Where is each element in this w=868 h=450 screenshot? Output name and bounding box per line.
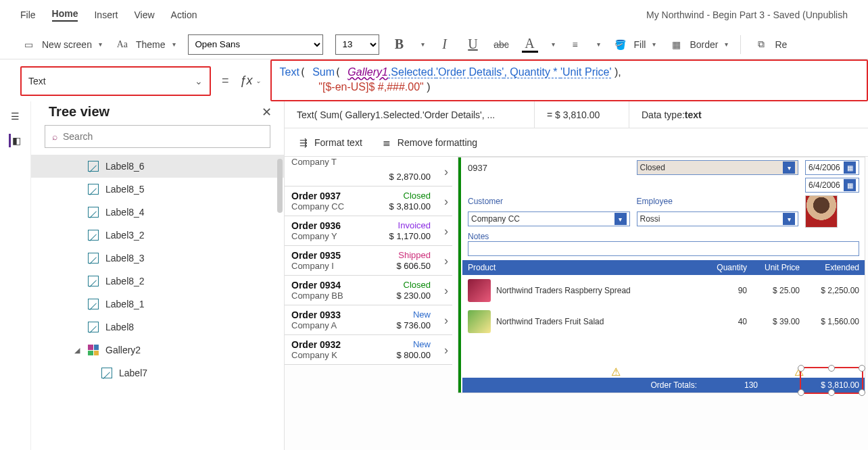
result-expression: Text( Sum( Gallery1.Selected.'Order Deta… xyxy=(285,101,535,128)
tree-item-gallery[interactable]: ◢Gallery2 xyxy=(31,339,284,361)
tree-list: Label8_6 Label8_5 Label8_4 Label3_2 Labe… xyxy=(31,155,284,450)
theme-button[interactable]: Aa Theme ▾ xyxy=(114,36,176,53)
format-label: Format text xyxy=(314,137,362,148)
close-icon[interactable]: ✕ xyxy=(262,105,272,120)
tree-item[interactable]: Label7 xyxy=(31,361,284,384)
order-status: Closed xyxy=(404,191,431,201)
chevron-down-icon: ▾ xyxy=(421,41,425,48)
order-row[interactable]: Order 0932 New Company K $ 800.00 › xyxy=(285,335,452,365)
customer-dropdown[interactable]: Company CC▾ xyxy=(468,211,630,226)
font-color-button[interactable]: A xyxy=(522,36,538,53)
product-price: $ 39.00 xyxy=(752,317,800,326)
menu-insert[interactable]: Insert xyxy=(94,9,118,20)
order-status: Shipped xyxy=(398,250,431,260)
remove-formatting-button[interactable]: ≣Remove formatting xyxy=(383,137,477,148)
form-accent-bar xyxy=(458,157,461,393)
search-input[interactable] xyxy=(63,131,263,142)
formula-format-bar: ⇶Format text ≣Remove formatting xyxy=(285,128,868,157)
order-status: New xyxy=(413,309,431,320)
tree-item[interactable]: Label8_5 xyxy=(31,178,284,201)
col-unit-price: Unit Price xyxy=(752,263,800,272)
order-row[interactable]: Order 0935 Shipped Company I $ 606.50 › xyxy=(285,246,452,276)
date-picker[interactable]: 6/4/2006▦ xyxy=(805,160,859,175)
underline-button[interactable]: U xyxy=(465,36,481,53)
reorder-icon: ⧉ xyxy=(753,36,769,53)
date-picker[interactable]: 6/4/2006▦ xyxy=(805,178,859,193)
tree-item-label: Label8_1 xyxy=(105,299,145,309)
chevron-down-icon: ⌄ xyxy=(195,76,203,86)
hamburger-icon[interactable]: ☰ xyxy=(11,111,20,122)
tree-item[interactable]: Label8 xyxy=(31,316,284,339)
border-button[interactable]: ▦ Border ▾ xyxy=(668,36,728,53)
menu-view[interactable]: View xyxy=(134,9,154,20)
tree-view-pane: Tree view ✕ ⌕ Label8_6 Label8_5 Label8_4… xyxy=(31,101,285,450)
totals-row: Order Totals: 130 $ 3,810.00 xyxy=(462,378,865,393)
new-screen-button[interactable]: ▭ New screen ▾ xyxy=(20,36,102,53)
order-row[interactable]: Order 0937 Closed Company CC $ 3,810.00 … xyxy=(285,186,452,216)
tree-item-label: Label8_4 xyxy=(105,207,145,218)
font-size-select[interactable]: 13 xyxy=(335,34,379,55)
fill-button[interactable]: 🪣 Fill ▾ xyxy=(612,36,656,53)
tree-item[interactable]: Label8_4 xyxy=(31,201,284,224)
notes-input[interactable] xyxy=(468,241,859,256)
product-extended: $ 2,250.00 xyxy=(805,286,859,295)
menu-file[interactable]: File xyxy=(20,9,36,20)
chevron-down-icon: ▾ xyxy=(597,41,600,48)
tree-item-label: Label8_2 xyxy=(105,276,145,286)
order-gallery[interactable]: ⚠ Company T $ 2,870.00 › Order 0937 Clos… xyxy=(285,157,452,365)
canvas-area: Text( Sum( Gallery1.Selected.'Order Deta… xyxy=(285,101,868,450)
order-row[interactable]: ⚠ Company T $ 2,870.00 › xyxy=(285,157,452,186)
product-qty: 40 xyxy=(706,317,747,326)
tree-view-icon[interactable]: ◧ xyxy=(9,134,22,147)
border-label: Border xyxy=(690,39,718,50)
tree-item[interactable]: Label8_3 xyxy=(31,247,284,270)
fill-label: Fill xyxy=(634,39,646,50)
font-select[interactable]: Open Sans xyxy=(188,34,323,55)
chevron-down-icon: ▾ xyxy=(552,41,555,48)
totals-qty: 130 xyxy=(717,380,758,390)
fx-button[interactable]: ƒx⌄ xyxy=(240,74,264,88)
property-select[interactable]: Text ⌄ xyxy=(20,66,211,96)
scrollbar[interactable] xyxy=(277,159,283,213)
strike-button[interactable]: abc xyxy=(493,36,510,53)
order-row[interactable]: Order 0934 Closed Company BB $ 230.00 › xyxy=(285,276,452,305)
order-amount: $ 606.50 xyxy=(396,261,431,271)
theme-label: Theme xyxy=(136,39,166,50)
label-icon xyxy=(88,207,99,218)
product-row[interactable]: Northwind Traders Fruit Salad 40 $ 39.00… xyxy=(462,306,865,337)
format-text-button[interactable]: ⇶Format text xyxy=(299,137,362,148)
search-icon: ⌕ xyxy=(52,131,57,142)
bold-button[interactable]: B xyxy=(391,36,408,53)
align-button[interactable]: ≡ xyxy=(567,36,583,53)
design-canvas[interactable]: ⚠ Company T $ 2,870.00 › Order 0937 Clos… xyxy=(285,157,868,450)
order-status: Closed xyxy=(404,280,431,290)
col-quantity: Quantity xyxy=(706,263,747,272)
tree-item[interactable]: Label8_1 xyxy=(31,293,284,316)
border-icon: ▦ xyxy=(668,36,684,53)
left-rail: ☰ ◧ xyxy=(0,101,31,450)
tree-search[interactable]: ⌕ xyxy=(45,125,270,148)
formula-result-bar: Text( Sum( Gallery1.Selected.'Order Deta… xyxy=(285,101,868,128)
formula-input[interactable]: Text( Sum( Gallery1.Selected.'Order Deta… xyxy=(270,59,868,101)
order-row[interactable]: Order 0936 Invoiced Company Y $ 1,170.00… xyxy=(285,216,452,246)
menu-home[interactable]: Home xyxy=(52,8,78,22)
tree-item[interactable]: Label3_2 xyxy=(31,224,284,247)
italic-button[interactable]: I xyxy=(437,36,453,53)
status-dropdown[interactable]: Closed▾ xyxy=(637,160,799,175)
remove-format-label: Remove formatting xyxy=(397,137,477,148)
tree-item[interactable]: Label8_6 xyxy=(31,155,284,178)
tree-item[interactable]: Label8_2 xyxy=(31,270,284,293)
tree-item-label: Label8_3 xyxy=(105,253,145,264)
employee-dropdown[interactable]: Rossi▾ xyxy=(637,211,799,226)
tree-item-label: Gallery2 xyxy=(105,345,141,355)
reorder-button[interactable]: ⧉ Re xyxy=(753,36,787,53)
product-price: $ 25.00 xyxy=(752,286,800,295)
chevron-right-icon: › xyxy=(444,224,448,238)
order-row[interactable]: Order 0933 New Company A $ 736.00 › xyxy=(285,305,452,335)
formula-bar-row: Text ⌄ = ƒx⌄ Text( Sum( Gallery1.Selecte… xyxy=(0,59,868,101)
chevron-down-icon: ▾ xyxy=(652,41,656,48)
chevron-down-icon: ▾ xyxy=(614,213,627,225)
product-row[interactable]: Northwind Traders Raspberry Spread 90 $ … xyxy=(462,275,865,306)
tree-item-label: Label8_6 xyxy=(105,161,145,172)
menu-action[interactable]: Action xyxy=(171,9,197,20)
